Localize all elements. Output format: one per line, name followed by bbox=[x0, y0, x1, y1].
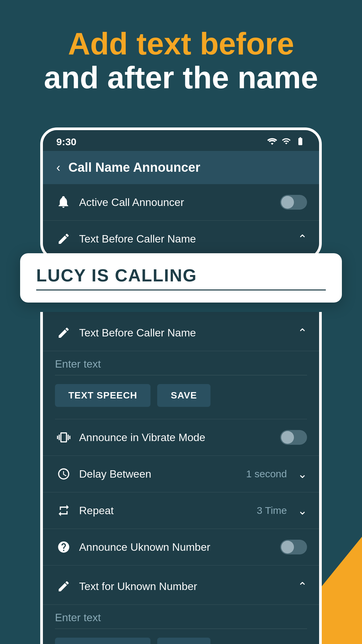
announce-unknown-label: Announce Uknown Number bbox=[79, 541, 274, 553]
hero-title-white: and after the name bbox=[20, 61, 342, 95]
toggle-knob bbox=[281, 196, 294, 209]
phone-mockup: 9:30 ‹ Call Name Annou bbox=[40, 127, 322, 260]
signal-icon bbox=[282, 137, 291, 147]
lower-section: Text Before Caller Name ⌃ Enter text TEX… bbox=[40, 312, 322, 644]
text-unknown-label: Text for Uknown Number bbox=[79, 580, 291, 593]
announce-unknown-row: Announce Uknown Number bbox=[43, 529, 319, 566]
chevron-up-icon-top: ⌃ bbox=[298, 232, 307, 246]
active-call-announcer-row: Active Call Announcer bbox=[43, 184, 319, 221]
chevron-up-unknown: ⌃ bbox=[298, 580, 307, 593]
announce-vibrate-toggle[interactable] bbox=[280, 430, 307, 445]
text-before-caller-name-top-row[interactable]: Text Before Caller Name ⌃ bbox=[43, 221, 319, 257]
hero-title-yellow: Add text before bbox=[20, 27, 342, 61]
text-before-header-bottom[interactable]: Text Before Caller Name ⌃ bbox=[43, 315, 319, 351]
settings-list: Active Call Announcer Text Before Caller… bbox=[43, 184, 319, 257]
status-bar: 9:30 bbox=[43, 130, 319, 151]
delay-between-label: Delay Between bbox=[79, 468, 239, 480]
text-before-caller-label-top: Text Before Caller Name bbox=[79, 233, 291, 245]
announce-vibrate-label: Announce in Vibrate Mode bbox=[79, 431, 274, 444]
call-bubble: LUCY IS CALLING bbox=[20, 253, 342, 303]
call-bubble-text: LUCY IS CALLING bbox=[36, 265, 326, 290]
announce-unknown-toggle[interactable] bbox=[280, 540, 307, 554]
text-before-expanded: Text Before Caller Name ⌃ Enter text TEX… bbox=[43, 312, 319, 419]
vibrate-icon bbox=[55, 429, 72, 446]
enter-text-field-top[interactable]: Enter text bbox=[55, 358, 307, 375]
back-button[interactable]: ‹ bbox=[56, 161, 60, 175]
battery-icon bbox=[295, 137, 306, 147]
hero-section: Add text before and after the name bbox=[0, 0, 362, 115]
announce-vibrate-row: Announce in Vibrate Mode bbox=[43, 419, 319, 456]
button-row-bottom: TEXT SPEECH SAVE bbox=[43, 632, 319, 644]
text-before-icon-top bbox=[55, 230, 72, 248]
text-speech-button-top[interactable]: TEXT SPEECH bbox=[55, 384, 150, 407]
active-call-announcer-label: Active Call Announcer bbox=[79, 196, 274, 209]
repeat-row[interactable]: Repeat 3 Time ⌄ bbox=[43, 492, 319, 529]
status-icons bbox=[267, 137, 306, 147]
text-unknown-expanded: Text for Uknown Number ⌃ Enter text TEXT… bbox=[43, 566, 319, 644]
delay-value: 1 second bbox=[246, 468, 287, 480]
button-row-top: TEXT SPEECH SAVE bbox=[43, 379, 319, 416]
enter-text-field-bottom[interactable]: Enter text bbox=[55, 611, 307, 629]
chevron-down-delay: ⌄ bbox=[298, 467, 307, 481]
toggle-knob-vibrate bbox=[281, 431, 294, 444]
toggle-knob-unknown bbox=[281, 541, 294, 553]
text-before-label-bottom: Text Before Caller Name bbox=[79, 327, 291, 339]
repeat-label: Repeat bbox=[79, 504, 250, 517]
text-before-icon-bottom bbox=[55, 324, 72, 341]
app-title: Call Name Announcer bbox=[68, 160, 200, 175]
text-speech-button-bottom[interactable]: TEXT SPEECH bbox=[55, 638, 150, 644]
clock-icon bbox=[55, 465, 72, 483]
delay-between-row[interactable]: Delay Between 1 second ⌄ bbox=[43, 456, 319, 492]
app-header: ‹ Call Name Announcer bbox=[43, 151, 319, 184]
wifi-icon bbox=[267, 137, 278, 147]
status-time: 9:30 bbox=[56, 136, 76, 148]
chevron-down-repeat: ⌄ bbox=[298, 504, 307, 517]
save-button-bottom[interactable]: SAVE bbox=[157, 638, 210, 644]
unknown-icon bbox=[55, 538, 72, 556]
announcer-icon bbox=[55, 194, 72, 211]
save-button-top[interactable]: SAVE bbox=[157, 384, 210, 407]
text-unknown-icon bbox=[55, 578, 72, 595]
active-call-announcer-toggle[interactable] bbox=[280, 195, 307, 210]
chevron-up-icon-bottom: ⌃ bbox=[298, 326, 307, 339]
repeat-value: 3 Time bbox=[257, 505, 287, 516]
text-unknown-header[interactable]: Text for Uknown Number ⌃ bbox=[43, 568, 319, 605]
repeat-icon bbox=[55, 502, 72, 519]
